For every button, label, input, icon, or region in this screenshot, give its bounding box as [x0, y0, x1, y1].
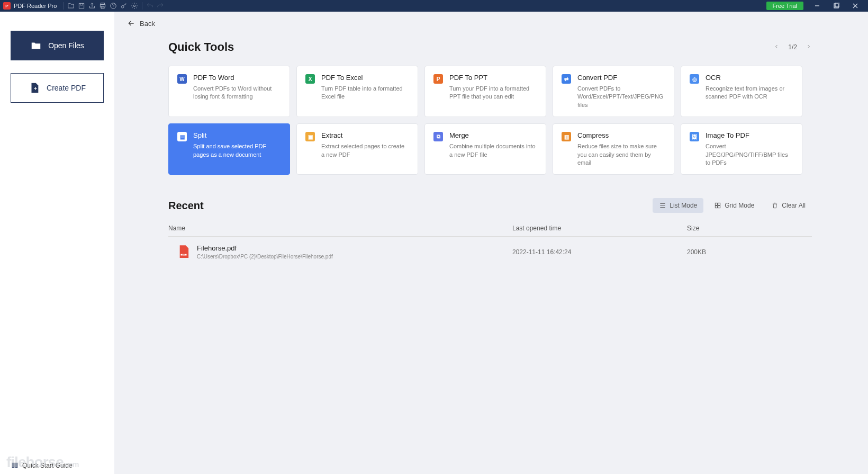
main-content: Back Quick Tools 1/2 W PDF To Word Conve… — [114, 12, 868, 474]
svg-rect-7 — [834, 4, 838, 8]
back-button[interactable]: Back — [127, 17, 812, 40]
svg-rect-12 — [718, 206, 720, 208]
tool-desc: Convert JPEG/JPG/PNG/TIFF/BMP files to P… — [706, 142, 793, 167]
tool-card[interactable]: ◎ OCR Recognize text from images or scan… — [681, 66, 802, 117]
svg-rect-0 — [79, 3, 84, 8]
back-label: Back — [140, 20, 155, 28]
tool-icon: ▥ — [562, 132, 571, 141]
tool-card[interactable]: ▤ Split Split and save selected PDF page… — [168, 123, 290, 175]
tool-title: PDF To Word — [193, 74, 281, 82]
svg-rect-3 — [101, 6, 104, 8]
file-time: 2022-11-11 16:42:24 — [512, 248, 687, 256]
save-icon[interactable] — [76, 1, 87, 11]
titlebar: P PDF Reader Pro Free Trial — [0, 0, 868, 12]
quick-start-label: Quick Start Guide — [22, 462, 73, 469]
recent-rows: pdf Filehorse.pdf C:\Users\Dropbox\PC (2… — [168, 237, 812, 267]
file-path: C:\Users\Dropbox\PC (2)\Desktop\FileHors… — [197, 254, 333, 260]
tool-title: PDF To PPT — [449, 74, 537, 82]
tool-desc: Recognize text from images or scanned PD… — [706, 85, 793, 101]
tool-title: Compress — [577, 131, 665, 139]
tool-card[interactable]: W PDF To Word Convert PDFs to Word witho… — [168, 66, 290, 117]
undo-icon[interactable] — [144, 1, 155, 11]
sidebar: Open Files Create PDF Quick Start Guide — [0, 12, 114, 474]
arrow-left-icon — [127, 19, 135, 28]
free-trial-button[interactable]: Free Trial — [766, 2, 803, 10]
quick-tools-title: Quick Tools — [168, 40, 234, 54]
tool-card[interactable]: ▥ Compress Reduce files size to make sur… — [553, 123, 674, 175]
tool-icon: ⧉ — [433, 132, 443, 141]
svg-rect-11 — [716, 206, 718, 208]
open-files-button[interactable]: Open Files — [11, 31, 104, 60]
create-pdf-button[interactable]: Create PDF — [11, 73, 104, 103]
list-mode-button[interactable]: List Mode — [653, 198, 703, 213]
tool-desc: Convert PDFs to Word without losing font… — [193, 85, 281, 101]
recent-title: Recent — [168, 200, 204, 212]
file-plus-icon — [29, 82, 40, 94]
clear-all-button[interactable]: Clear All — [765, 198, 812, 213]
tool-card[interactable]: X PDF To Excel Turn PDF table into a for… — [296, 66, 418, 117]
svg-point-6 — [134, 5, 136, 7]
minimize-button[interactable] — [808, 0, 827, 12]
divider — [63, 2, 64, 10]
tool-icon: P — [433, 74, 443, 84]
grid-mode-label: Grid Mode — [725, 202, 754, 209]
quick-start-guide-link[interactable]: Quick Start Guide — [11, 461, 73, 470]
page-next-button[interactable] — [806, 43, 812, 51]
open-files-label: Open Files — [48, 41, 84, 50]
redo-icon[interactable] — [155, 1, 166, 11]
tool-desc: Turn PDF table into a formatted Excel fi… — [321, 85, 409, 101]
tool-desc: Split and save selected PDF pages as a n… — [193, 142, 281, 159]
book-icon — [11, 461, 19, 470]
tool-title: Convert PDF — [577, 74, 665, 82]
pdf-file-icon: pdf — [178, 245, 189, 259]
tool-desc: Turn your PDF into a formatted PPT file … — [449, 85, 537, 101]
tool-card[interactable]: ⧉ Merge Combine multiple documents into … — [424, 123, 546, 175]
tool-title: Image To PDF — [706, 131, 793, 139]
tool-title: Merge — [449, 131, 537, 139]
svg-rect-9 — [716, 203, 718, 205]
tool-card[interactable]: ⇄ Convert PDF Convert PDFs to Word/Excel… — [553, 66, 674, 117]
tool-icon: W — [177, 74, 187, 84]
tool-icon: X — [305, 74, 315, 84]
page-indicator: 1/2 — [788, 43, 797, 51]
tool-desc: Reduce files size to make sure you can e… — [577, 142, 665, 167]
file-name: Filehorse.pdf — [197, 244, 333, 252]
settings-icon[interactable] — [129, 1, 140, 11]
tool-card[interactable]: ▣ Extract Extract selected pages to crea… — [296, 123, 418, 175]
tool-icon: ◎ — [690, 74, 699, 84]
svg-rect-8 — [835, 3, 839, 7]
tool-icon: ▣ — [305, 132, 315, 141]
app-logo-icon: P — [3, 2, 11, 10]
folder-icon — [30, 40, 42, 51]
open-folder-icon[interactable] — [66, 1, 76, 11]
svg-point-5 — [122, 5, 124, 8]
col-name: Name — [168, 225, 512, 232]
svg-rect-1 — [101, 3, 105, 5]
table-header: Name Last opened time Size — [168, 225, 812, 237]
tool-card[interactable]: 🖼 Image To PDF Convert JPEG/JPG/PNG/TIFF… — [681, 123, 802, 175]
grid-icon — [714, 202, 721, 209]
page-prev-button[interactable] — [773, 43, 780, 51]
key-icon[interactable] — [119, 1, 129, 11]
grid-mode-button[interactable]: Grid Mode — [708, 198, 761, 213]
recent-row[interactable]: pdf Filehorse.pdf C:\Users\Dropbox\PC (2… — [168, 237, 812, 267]
list-mode-label: List Mode — [670, 202, 697, 209]
close-button[interactable] — [846, 0, 865, 12]
tool-title: PDF To Excel — [321, 74, 409, 82]
file-size: 200KB — [687, 248, 812, 256]
maximize-button[interactable] — [827, 0, 846, 12]
tool-title: OCR — [706, 74, 793, 82]
col-size: Size — [687, 225, 812, 232]
tool-card[interactable]: P PDF To PPT Turn your PDF into a format… — [424, 66, 546, 117]
col-time: Last opened time — [512, 225, 687, 232]
pager: 1/2 — [773, 43, 812, 51]
tool-desc: Convert PDFs to Word/Excel/PPT/Text/JPEG… — [577, 85, 665, 109]
tool-icon: ⇄ — [562, 74, 571, 84]
tool-icon: ▤ — [177, 132, 187, 141]
clear-all-label: Clear All — [782, 202, 806, 209]
share-icon[interactable] — [87, 1, 97, 11]
list-icon — [659, 202, 666, 209]
tool-icon: 🖼 — [690, 132, 699, 141]
print-icon[interactable] — [97, 1, 108, 11]
help-icon[interactable] — [108, 1, 119, 11]
